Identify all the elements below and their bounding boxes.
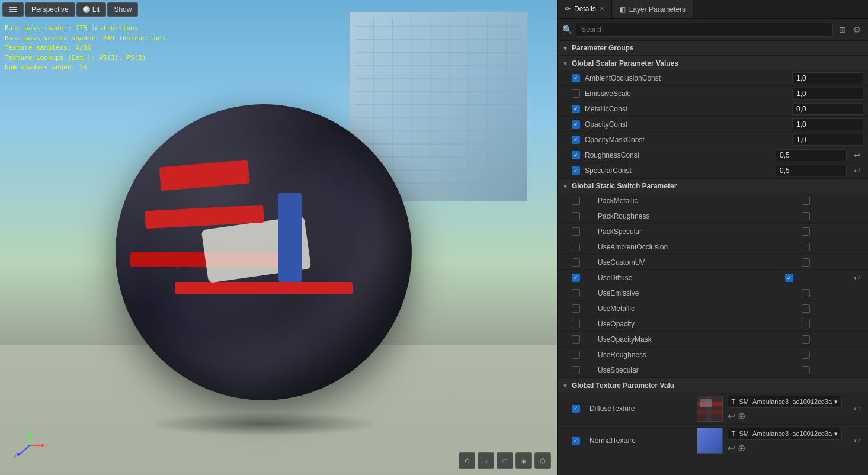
switch-name-useopacity: UseOpacity	[585, 320, 792, 328]
checkbox-diffuse-texture[interactable]	[572, 405, 580, 413]
section-global-static-switch[interactable]: ▼ Global Static Switch Parameter	[558, 178, 868, 193]
param-value-opacity[interactable]: 1,0	[792, 118, 863, 130]
texture-find-normal[interactable]: ⊕	[738, 442, 745, 454]
checkbox-useambient-left[interactable]	[572, 243, 580, 251]
checkbox-usecustomuv-right[interactable]	[802, 258, 810, 267]
checkbox-useopacitymask-left[interactable]	[572, 335, 580, 344]
section-global-texture[interactable]: ▼ Global Texture Parameter Valu	[558, 378, 868, 393]
checkbox-useroughness-left[interactable]	[572, 351, 580, 359]
param-value-ambient[interactable]: 1,0	[792, 72, 863, 84]
checkbox-packmetallic-right[interactable]	[802, 197, 810, 205]
texture-dropdown-normal[interactable]: T_SM_Ambulance3_ae10012cd3a ▾	[728, 428, 842, 440]
lit-label: Lit	[92, 5, 100, 14]
reset-roughness[interactable]: ↩	[851, 150, 863, 160]
texture-find-diffuse[interactable]: ⊕	[738, 410, 745, 422]
tab-details[interactable]: ✏ Details ✕	[558, 0, 612, 18]
checkbox-opacitymask[interactable]	[572, 136, 580, 144]
grid-view-icon[interactable]: ⊞	[837, 24, 848, 36]
perspective-button[interactable]: Perspective	[25, 2, 75, 17]
texture-dropdown-diffuse[interactable]: T_SM_Ambulance3_ae10012cd3a ▾	[728, 396, 842, 408]
texture-browse-normal[interactable]: ↩	[728, 442, 735, 454]
vp-btn-4[interactable]: ◈	[515, 452, 532, 469]
section-global-scalar[interactable]: ▼ Global Scalar Parameter Values	[558, 56, 868, 70]
switch-row-usecustomuv: UseCustomUV	[558, 255, 868, 270]
param-value-metallic[interactable]: 0,0	[792, 103, 863, 115]
normal-thumbnail	[697, 428, 722, 454]
checkbox-useopacitymask-right[interactable]	[802, 335, 810, 344]
switch-right-packmetallic	[792, 197, 863, 205]
param-value-roughness[interactable]: 0,5	[776, 149, 847, 161]
close-details-tab[interactable]: ✕	[600, 5, 604, 12]
vp-btn-3[interactable]: □	[497, 452, 513, 469]
vp-btn-1[interactable]: ⊙	[459, 452, 475, 469]
switch-right-usespecular	[792, 366, 863, 374]
texture-preview-normal[interactable]	[697, 428, 723, 454]
texture-browse-diffuse[interactable]: ↩	[728, 410, 735, 422]
switch-right-usediffuse	[776, 274, 847, 282]
checkbox-useopacity-left[interactable]	[572, 320, 580, 328]
checkbox-packspecular-right[interactable]	[802, 227, 810, 236]
texture-id-diffuse: T_SM_Ambulance3_ae10012cd3a	[732, 398, 832, 405]
checkbox-useroughness-right[interactable]	[802, 351, 810, 359]
show-button[interactable]: Show	[107, 2, 138, 17]
checkbox-opacity[interactable]	[572, 120, 580, 129]
param-value-specular[interactable]: 0,5	[776, 165, 847, 176]
switch-name-useemissive: UseEmissive	[585, 289, 792, 297]
switch-row-useopacitymask: UseOpacityMask	[558, 332, 868, 347]
checkbox-ambient[interactable]	[572, 74, 580, 82]
viewport[interactable]: Perspective Lit Show Base pass shader: 1…	[0, 0, 557, 475]
checkbox-usediffuse-right[interactable]	[785, 274, 793, 282]
settings-icon[interactable]: ⚙	[851, 24, 863, 36]
toolbar-icons: ⊞ ⚙	[837, 24, 863, 36]
svg-text:Z: Z	[14, 454, 17, 460]
checkbox-packspecular-left[interactable]	[572, 227, 580, 236]
checkbox-usespecular-right[interactable]	[802, 366, 810, 374]
checkbox-usecustomuv-left[interactable]	[572, 258, 580, 267]
reset-usediffuse[interactable]: ↩	[851, 273, 863, 283]
vp-btn-5[interactable]: ⬡	[534, 452, 551, 469]
texture-preview-diffuse[interactable]	[697, 396, 723, 422]
param-value-opacitymask[interactable]: 1,0	[792, 134, 863, 146]
tab-details-label: Details	[574, 5, 596, 13]
switch-right-useopacitymask	[792, 335, 863, 344]
vp-btn-2[interactable]: ○	[478, 452, 494, 469]
checkbox-roughness[interactable]	[572, 151, 580, 159]
search-input[interactable]	[576, 23, 833, 37]
param-value-emissive[interactable]: 1,0	[792, 88, 863, 100]
sphere-container	[116, 104, 412, 400]
reset-normal-texture[interactable]: ↩	[851, 436, 863, 445]
checkbox-normal-texture[interactable]	[572, 437, 580, 445]
tab-layer-parameters[interactable]: ◧ Layer Parameters	[612, 0, 693, 18]
lit-button[interactable]: Lit	[76, 2, 107, 17]
checkbox-usespecular-left[interactable]	[572, 366, 580, 374]
axes-widget: X Y Z	[12, 428, 47, 463]
checkbox-usediffuse-left[interactable]	[572, 274, 580, 282]
switch-right-packroughness	[792, 212, 863, 220]
reset-diffuse-texture[interactable]: ↩	[851, 404, 863, 413]
checkbox-metallic[interactable]	[572, 105, 580, 113]
section-parameter-groups[interactable]: ▼ Parameter Groups	[558, 41, 868, 56]
details-scroll[interactable]: ▼ Parameter Groups ▼ Global Scalar Param…	[558, 41, 868, 475]
checkbox-useambient-right[interactable]	[802, 243, 810, 251]
switch-row-usespecular: UseSpecular	[558, 362, 868, 378]
svg-marker-1	[41, 444, 44, 447]
checkbox-useemissive-right[interactable]	[802, 289, 810, 297]
switch-name-useambient: UseAmbientOcclusion	[585, 243, 792, 251]
menu-button[interactable]	[2, 2, 24, 17]
param-name-opacitymask: OpacityMaskConst	[585, 136, 792, 144]
checkbox-usemetallic-right[interactable]	[802, 304, 810, 313]
checkbox-useemissive-left[interactable]	[572, 289, 580, 297]
checkbox-packmetallic-left[interactable]	[572, 197, 580, 205]
checkbox-packroughness-left[interactable]	[572, 212, 580, 220]
switch-name-packmetallic: PackMetallic	[585, 197, 792, 205]
checkbox-emissive[interactable]	[572, 89, 580, 98]
texture-info-diffuse: T_SM_Ambulance3_ae10012cd3a ▾ ↩ ⊕	[728, 396, 842, 422]
checkbox-useopacity-right[interactable]	[802, 320, 810, 328]
checkbox-usemetallic-left[interactable]	[572, 304, 580, 313]
checkbox-packroughness-right[interactable]	[802, 212, 810, 220]
reset-specular[interactable]: ↩	[851, 166, 863, 175]
checkbox-specular[interactable]	[572, 166, 580, 175]
param-name-specular: SpecularConst	[585, 166, 776, 175]
switch-right-usecustomuv	[792, 258, 863, 267]
param-name-ambient: AmbientOcclusionConst	[585, 74, 792, 82]
